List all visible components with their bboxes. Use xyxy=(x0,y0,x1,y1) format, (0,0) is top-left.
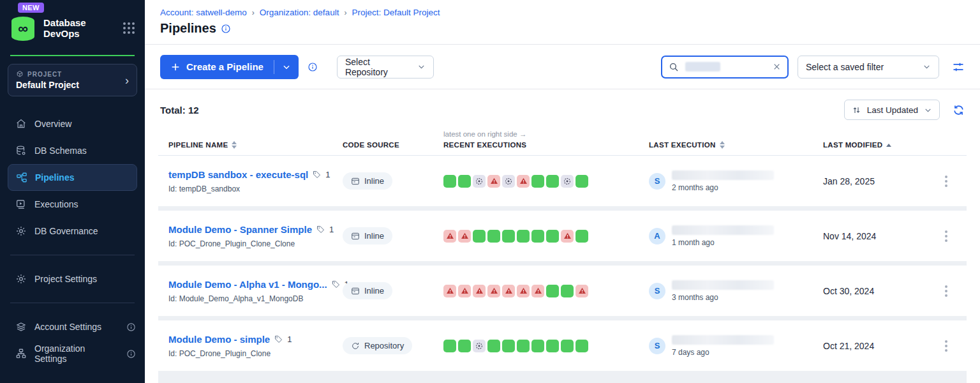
execution-status-failed[interactable] xyxy=(487,175,500,188)
refresh-icon[interactable] xyxy=(953,104,965,116)
new-badge: NEW xyxy=(18,3,44,13)
last-execution-time: 1 month ago xyxy=(672,238,774,247)
breadcrumb-account[interactable]: Account: satwell-demo xyxy=(160,8,247,17)
execution-status-cancelled[interactable] xyxy=(473,340,486,352)
pipeline-name-link[interactable]: Module Demo - Alpha v1 - Mongo... xyxy=(168,279,327,290)
execution-status-failed[interactable] xyxy=(458,285,471,297)
sidebar-item-organization-settings[interactable]: Organization Settings xyxy=(0,340,145,367)
create-pipeline-dropdown[interactable] xyxy=(274,63,299,71)
pipeline-name-cell: Module Demo - Spanner Simple 1 Id: POC_D… xyxy=(158,224,343,248)
execution-status-cancelled[interactable] xyxy=(502,175,515,188)
sidebar-item-db-governance[interactable]: DB Governance xyxy=(0,218,145,244)
info-icon[interactable] xyxy=(221,24,231,34)
project-switcher[interactable]: PROJECT Default Project › xyxy=(8,64,137,96)
info-icon[interactable] xyxy=(126,322,136,332)
search-input[interactable] xyxy=(661,56,789,79)
sidebar-item-project-settings[interactable]: Project Settings xyxy=(0,266,145,292)
column-header-pipeline-name[interactable]: PIPELINE NAME xyxy=(158,141,343,149)
code-source-badge: Inline xyxy=(343,172,392,190)
row-menu-icon[interactable] xyxy=(939,283,954,299)
sidebar-item-label: Organization Settings xyxy=(34,343,119,364)
execution-status-success[interactable] xyxy=(502,230,515,243)
app-launcher-icon[interactable] xyxy=(123,22,135,34)
execution-status-success[interactable] xyxy=(517,340,530,352)
breadcrumb-project[interactable]: Project: Default Project xyxy=(352,8,440,17)
execution-status-failed[interactable] xyxy=(473,285,486,297)
execution-status-failed[interactable] xyxy=(517,285,530,297)
execution-status-success[interactable] xyxy=(561,340,574,352)
row-menu-icon[interactable] xyxy=(939,228,954,244)
gear-icon xyxy=(15,225,27,237)
execution-status-success[interactable] xyxy=(546,285,559,297)
execution-status-cancelled[interactable] xyxy=(561,175,574,188)
saved-filter-select[interactable]: Select a saved filter xyxy=(798,56,939,79)
clear-search-icon[interactable] xyxy=(773,63,781,71)
pipeline-name-link[interactable]: Module Demo - Spanner Simple xyxy=(168,224,312,235)
execution-status-cancelled[interactable] xyxy=(473,175,486,188)
execution-status-success[interactable] xyxy=(575,230,588,243)
sort-select[interactable]: Last Updated xyxy=(844,100,940,120)
execution-status-success[interactable] xyxy=(561,285,574,297)
column-header-last-modified[interactable]: LAST MODIFIED xyxy=(823,141,939,149)
sort-icon[interactable] xyxy=(232,141,237,149)
sidebar-item-db-schemas[interactable]: DB Schemas xyxy=(0,137,145,164)
filter-sliders-icon[interactable] xyxy=(952,61,965,73)
avatar[interactable]: S xyxy=(649,173,665,190)
code-source-badge: Inline xyxy=(343,282,392,299)
execution-status-failed[interactable] xyxy=(458,230,471,243)
info-icon[interactable] xyxy=(126,349,136,359)
row-menu-icon[interactable] xyxy=(939,338,954,354)
saved-filter-value: Select a saved filter xyxy=(806,62,884,72)
repository-select[interactable]: Select Repository xyxy=(337,56,434,79)
execution-status-success[interactable] xyxy=(531,230,544,243)
column-header-last-execution[interactable]: LAST EXECUTION xyxy=(649,141,823,149)
execution-status-failed[interactable] xyxy=(502,285,515,297)
sidebar-item-executions[interactable]: Executions xyxy=(0,191,145,218)
recent-executions xyxy=(443,230,649,243)
breadcrumb-organization[interactable]: Organization: default xyxy=(260,8,339,17)
execution-status-failed[interactable] xyxy=(575,285,588,297)
avatar[interactable]: S xyxy=(649,283,665,299)
execution-status-success[interactable] xyxy=(473,230,486,243)
execution-status-success[interactable] xyxy=(487,340,500,352)
table-header: PIPELINE NAME CODE SOURCE latest one on … xyxy=(158,130,967,156)
sort-icon[interactable] xyxy=(720,141,725,149)
execution-status-success[interactable] xyxy=(517,230,530,243)
sidebar-item-pipelines[interactable]: Pipelines xyxy=(8,164,137,191)
pipeline-name-link[interactable]: Module Demo - simple xyxy=(168,334,270,345)
execution-status-success[interactable] xyxy=(443,175,456,188)
execution-status-failed[interactable] xyxy=(561,230,574,243)
sidebar-item-overview[interactable]: Overview xyxy=(0,110,145,137)
plus-icon xyxy=(170,62,181,72)
execution-status-success[interactable] xyxy=(531,340,544,352)
execution-status-success[interactable] xyxy=(487,230,500,243)
sidebar-item-account-settings[interactable]: Account Settings xyxy=(0,313,145,340)
avatar[interactable]: S xyxy=(649,338,665,354)
info-icon[interactable] xyxy=(308,62,318,72)
sort-ascending-icon[interactable] xyxy=(886,144,891,147)
execution-status-success[interactable] xyxy=(546,175,559,188)
execution-status-success[interactable] xyxy=(458,175,471,188)
execution-status-failed[interactable] xyxy=(487,285,500,297)
row-menu-icon[interactable] xyxy=(939,173,954,190)
pipeline-id: Id: POC_Drone_Plugin_Clone xyxy=(168,349,343,358)
create-pipeline-button[interactable]: Create a Pipeline xyxy=(160,55,299,79)
avatar[interactable]: A xyxy=(649,228,665,244)
execution-status-failed[interactable] xyxy=(443,285,456,297)
execution-status-success[interactable] xyxy=(546,230,559,243)
execution-status-success[interactable] xyxy=(575,175,588,188)
execution-status-failed[interactable] xyxy=(443,230,456,243)
execution-status-failed[interactable] xyxy=(517,175,530,188)
pipeline-name-link[interactable]: tempDB sandbox - execute-sql xyxy=(168,169,308,180)
execution-status-failed[interactable] xyxy=(531,285,544,297)
execution-status-success[interactable] xyxy=(502,340,515,352)
execution-status-success[interactable] xyxy=(531,175,544,188)
execution-status-success[interactable] xyxy=(443,340,456,352)
execution-status-success[interactable] xyxy=(546,340,559,352)
tag-count: 1 xyxy=(287,334,292,344)
execution-status-success[interactable] xyxy=(458,340,471,352)
sidebar-divider xyxy=(10,303,135,303)
execution-status-success[interactable] xyxy=(575,340,588,352)
sidebar-item-label: Overview xyxy=(34,119,71,129)
last-execution-time: 2 months ago xyxy=(672,183,774,192)
